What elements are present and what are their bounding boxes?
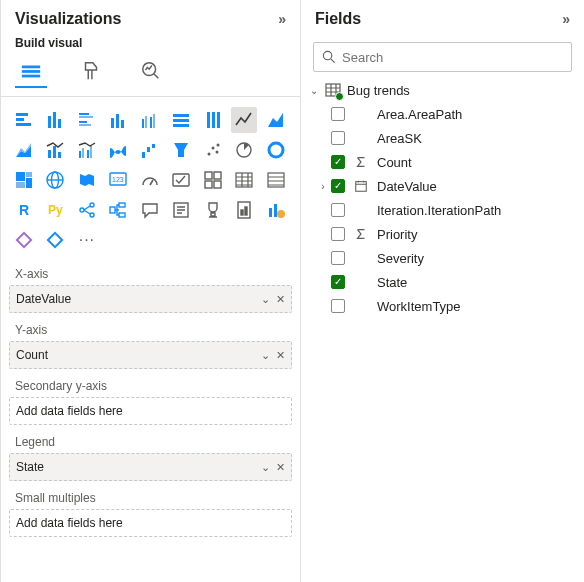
field-checkbox[interactable] [331,275,345,289]
xaxis-field[interactable]: DateValue [16,292,261,306]
viz-powerapps-icon[interactable] [42,227,68,253]
field-row[interactable]: Severity [331,246,580,270]
xaxis-dropdown-icon[interactable]: ⌄ [261,293,270,306]
viz-qa-icon[interactable] [137,197,163,223]
collapse-fields-icon[interactable]: » [562,11,570,27]
viz-funnel-icon[interactable] [168,137,194,163]
legend-dropdown-icon[interactable]: ⌄ [261,461,270,474]
viz-100-column-icon[interactable] [200,107,226,133]
viz-ellipsis-icon[interactable]: ··· [74,227,100,253]
viz-arcgis-icon[interactable] [11,227,37,253]
svg-rect-33 [90,146,92,158]
viz-stacked-column-icon[interactable] [105,107,131,133]
yaxis-well[interactable]: Count ⌄ ✕ [9,341,292,369]
viz-azure-map-icon[interactable]: 123 [105,167,131,193]
field-row[interactable]: WorkItemType [331,294,580,318]
legend-field[interactable]: State [16,460,261,474]
collapse-visualizations-icon[interactable]: » [278,11,286,27]
viz-decomposition-icon[interactable] [105,197,131,223]
legend-well[interactable]: State ⌄ ✕ [9,453,292,481]
viz-pie-icon[interactable] [231,137,257,163]
viz-stacked-bar-icon[interactable] [11,107,37,133]
field-row[interactable]: Area.AreaPath [331,102,580,126]
legend-remove-icon[interactable]: ✕ [276,461,285,474]
yaxis-dropdown-icon[interactable]: ⌄ [261,349,270,362]
viz-gauge-icon[interactable] [137,167,163,193]
svg-rect-19 [150,117,152,128]
svg-rect-13 [79,124,91,126]
field-name: AreaSK [377,131,422,146]
xaxis-remove-icon[interactable]: ✕ [276,293,285,306]
viz-clustered-bar-icon[interactable] [74,107,100,133]
svg-rect-12 [79,121,87,123]
viz-waterfall-icon[interactable] [137,137,163,163]
field-checkbox[interactable] [331,179,345,193]
fields-pane: Fields » ⌄ Bug trends Area.AreaPathAreaS… [300,0,584,582]
field-checkbox[interactable] [331,227,345,241]
fields-search-input[interactable] [342,50,563,65]
viz-paginated-icon[interactable] [231,197,257,223]
viz-card-icon[interactable] [168,167,194,193]
yaxis-remove-icon[interactable]: ✕ [276,349,285,362]
viz-key-influencers-icon[interactable] [74,197,100,223]
analytics-tab[interactable] [135,56,167,88]
field-checkbox[interactable] [331,299,345,313]
viz-stacked-bar-h-icon[interactable] [42,107,68,133]
svg-rect-46 [16,182,25,188]
viz-line-clustered-icon[interactable] [74,137,100,163]
field-checkbox[interactable] [331,155,345,169]
svg-rect-5 [16,118,24,121]
field-row[interactable]: State [331,270,580,294]
small-multiples-well[interactable]: Add data fields here [9,509,292,537]
svg-rect-24 [207,112,210,128]
fields-search[interactable] [313,42,572,72]
chevron-right-icon[interactable]: › [317,181,329,192]
svg-rect-22 [173,119,189,122]
viz-r-icon[interactable]: R [11,197,37,223]
viz-area-chart-icon[interactable] [263,107,289,133]
xaxis-well[interactable]: DateValue ⌄ ✕ [9,285,292,313]
table-refresh-badge-icon [335,92,344,101]
viz-kpi-icon[interactable] [231,167,257,193]
viz-donut-icon[interactable] [263,137,289,163]
field-row[interactable]: Priority [331,222,580,246]
viz-smart-narrative-icon[interactable] [168,197,194,223]
field-checkbox[interactable] [331,131,345,145]
svg-point-42 [269,143,283,157]
field-checkbox[interactable] [331,203,345,217]
field-row[interactable]: AreaSK [331,126,580,150]
svg-rect-34 [142,152,145,158]
svg-rect-7 [48,116,51,128]
field-row[interactable]: Iteration.IterationPath [331,198,580,222]
field-checkbox[interactable] [331,107,345,121]
viz-ribbon-icon[interactable] [105,137,131,163]
svg-rect-4 [16,113,28,116]
viz-trophy-icon[interactable] [200,197,226,223]
secondary-yaxis-well[interactable]: Add data fields here [9,397,292,425]
viz-py-icon[interactable]: Py [42,197,68,223]
field-row[interactable]: ›DateValue [331,174,580,198]
viz-line-stacked-icon[interactable] [42,137,68,163]
viz-scatter-icon[interactable] [200,137,226,163]
svg-point-58 [80,208,84,212]
viz-more-visuals-icon[interactable] [263,197,289,223]
viz-treemap-icon[interactable] [11,167,37,193]
field-checkbox[interactable] [331,251,345,265]
viz-slicer-icon[interactable] [263,167,289,193]
viz-stacked-area-icon[interactable] [11,137,37,163]
viz-line-chart-icon[interactable] [231,107,257,133]
format-visual-tab[interactable] [75,56,107,88]
svg-rect-45 [26,178,32,188]
viz-map-icon[interactable] [42,167,68,193]
build-visual-tab[interactable] [15,56,47,88]
chevron-down-icon[interactable]: ⌄ [309,85,319,96]
field-row[interactable]: Count [331,150,580,174]
viz-multi-card-icon[interactable] [200,167,226,193]
viz-clustered-column-icon[interactable] [137,107,163,133]
yaxis-field[interactable]: Count [16,348,261,362]
table-bug-trends[interactable]: ⌄ Bug trends [309,78,580,102]
viz-100-bar-icon[interactable] [168,107,194,133]
viz-tabs [1,56,300,97]
viz-filled-map-icon[interactable] [74,167,100,193]
svg-rect-17 [142,119,144,128]
